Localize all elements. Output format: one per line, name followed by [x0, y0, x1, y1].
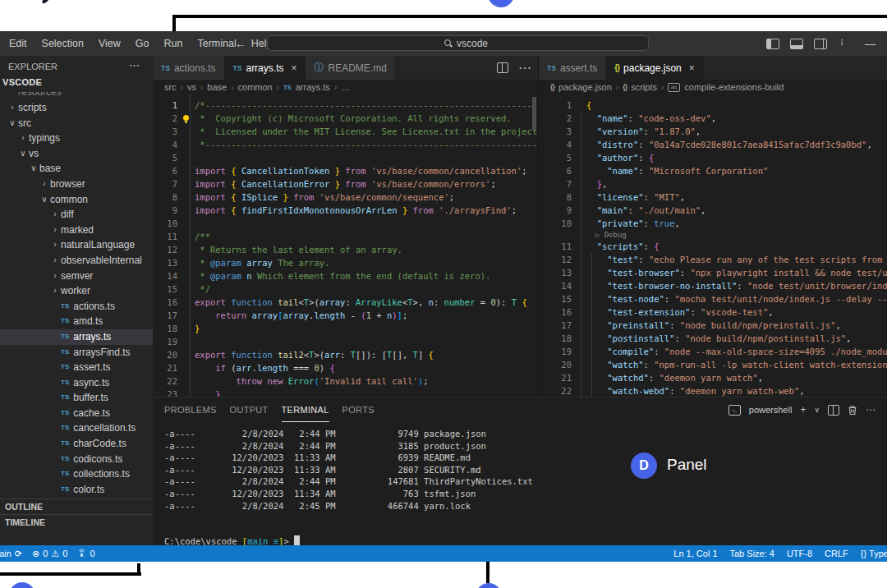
tree-item-base[interactable]: ∨base: [0, 161, 153, 177]
menu-item[interactable]: Run: [157, 31, 191, 56]
back-icon[interactable]: ←: [235, 37, 246, 50]
command-center-search[interactable]: vscode: [267, 35, 649, 51]
editor-area: TS actions.ts TS arrays.ts × ⓘ README.md: [153, 56, 887, 545]
editor-more-icon[interactable]: ⋯: [518, 60, 531, 76]
tab-package-json[interactable]: {} package.json ×: [606, 56, 704, 80]
status-bar: main ⟳ ⊗ 0 ⚠ 0 0 Ln 1, Col 1Tab Size: 4U…: [0, 545, 887, 562]
tree-item-marked[interactable]: ›marked: [0, 223, 153, 238]
string-symbol-icon: abc: [668, 83, 680, 92]
tree-item-typings[interactable]: ›typings: [0, 131, 153, 146]
tree-item-arrays-ts[interactable]: TSarrays.ts: [0, 329, 153, 345]
split-editor-icon[interactable]: [497, 62, 508, 73]
tree-item-label: codicons.ts: [73, 452, 122, 467]
breadcrumbs-1[interactable]: src› vs› base› common› TS arrays.ts› …: [153, 80, 538, 94]
chevron-down-icon: ∨: [39, 192, 50, 208]
split-terminal-icon[interactable]: [828, 405, 839, 416]
code-line: 4 "distro": "0a14a7cde028e801c7aea8415af…: [539, 138, 887, 151]
breadcrumbs-2[interactable]: {} package.json› {} scripts› abc compile…: [539, 80, 887, 94]
chevron-down-icon: ∨: [7, 116, 18, 131]
tree-item-color-ts[interactable]: TScolor.ts: [0, 482, 153, 498]
toggle-panel-icon[interactable]: [790, 39, 803, 49]
tree-item-cache-ts[interactable]: TScache.ts: [0, 406, 153, 421]
code-line: 22 "watch-webd": "deemon yarn watch-web"…: [539, 384, 887, 397]
tree-item-browser[interactable]: ›browser: [0, 177, 153, 192]
tab-readme-md[interactable]: ⓘ README.md: [306, 56, 395, 80]
code-editor-package-json[interactable]: 1{2 "name": "code-oss-dev",3 "version": …: [539, 94, 887, 397]
vscode-window: EditSelectionViewGoRunTerminalHelp ← → v…: [0, 31, 887, 562]
tree-item-naturalLanguage[interactable]: ›naturalLanguage: [0, 237, 153, 253]
close-tab-icon[interactable]: ×: [291, 62, 296, 74]
forward-icon[interactable]: →: [256, 37, 268, 50]
explorer-sidebar: EXPLORER ⋯ VSCODE resources ›scripts∨src…: [0, 56, 153, 545]
tree-item-cancellation-ts[interactable]: TScancellation.ts: [0, 420, 153, 436]
tree-item-buffer-ts[interactable]: TSbuffer.ts: [0, 390, 153, 406]
code-line: 20 "watch": "npm-run-all -lp watch-clien…: [539, 358, 887, 371]
git-branch-item[interactable]: main ⟳: [0, 549, 22, 559]
chevron-right-icon: ›: [49, 269, 61, 284]
toggle-sidebar-icon[interactable]: [766, 39, 779, 49]
panel-tab-ports[interactable]: PORTS: [342, 398, 375, 421]
menu-item[interactable]: Selection: [34, 31, 91, 56]
toggle-secondary-sidebar-icon[interactable]: [814, 39, 827, 49]
shell-name[interactable]: powershell: [749, 405, 793, 415]
problems-item[interactable]: ⊗ 0 ⚠ 0: [32, 549, 67, 559]
tree-item-src[interactable]: ∨src: [0, 116, 153, 131]
status-item[interactable]: CRLF: [825, 549, 848, 558]
tree-item-common[interactable]: ∨common: [0, 192, 153, 208]
editor-group-1: TS actions.ts TS arrays.ts × ⓘ README.md: [153, 56, 538, 397]
tree-item-label: base: [39, 161, 61, 177]
code-line: 14 * @param n Which element from the end…: [153, 269, 538, 283]
code-editor-arrays-ts[interactable]: 1/*-------------------------------------…: [153, 94, 538, 397]
status-item[interactable]: {} TypeScript: [861, 549, 887, 558]
status-item[interactable]: Tab Size: 4: [730, 549, 774, 558]
panel-tab-terminal[interactable]: TERMINAL: [282, 398, 329, 422]
chevron-right-icon: ›: [49, 223, 61, 238]
tree-item-label: worker: [61, 283, 90, 299]
menu-item[interactable]: View: [91, 31, 128, 56]
tree-item-diff[interactable]: ›diff: [0, 207, 153, 223]
tree-item-actions-ts[interactable]: TSactions.ts: [0, 299, 153, 315]
tree-item-semver[interactable]: ›semver: [0, 269, 153, 284]
panel-more-icon[interactable]: ⋯: [866, 404, 876, 416]
tree-item-label: actions.ts: [73, 299, 115, 315]
tree-item-assert-ts[interactable]: TSassert.ts: [0, 360, 153, 375]
tree-item-collections-ts[interactable]: TScollections.ts: [0, 466, 153, 482]
tree-item-worker[interactable]: ›worker: [0, 283, 153, 299]
chevron-down-icon[interactable]: ∨: [814, 406, 820, 414]
workspace-header[interactable]: VSCODE: [2, 77, 42, 87]
tree-item-observableInternal[interactable]: ›observableInternal: [0, 253, 153, 269]
terminal-output[interactable]: -a---- 2/8/2024 2:44 PM 9749 package.jso…: [164, 428, 887, 546]
timeline-section-header[interactable]: TIMELINE: [0, 514, 153, 530]
tree-item-codicons-ts[interactable]: TScodicons.ts: [0, 452, 153, 467]
tab-arrays-ts[interactable]: TS arrays.ts ×: [225, 56, 306, 80]
lightbulb-icon[interactable]: [183, 115, 189, 121]
panel-tab-output[interactable]: OUTPUT: [230, 398, 269, 421]
menu-item[interactable]: Go: [128, 31, 157, 56]
panel-tab-problems[interactable]: PROBLEMS: [164, 398, 217, 421]
customize-layout-icon[interactable]: ⠸: [838, 39, 851, 48]
tree-item-amd-ts[interactable]: TSamd.ts: [0, 314, 153, 329]
close-tab-icon[interactable]: ×: [689, 62, 695, 74]
status-item[interactable]: Ln 1, Col 1: [673, 549, 717, 558]
minimize-button[interactable]: —: [865, 38, 876, 50]
code-line: 11/**: [153, 230, 538, 243]
trash-icon[interactable]: [848, 405, 857, 416]
annotation-box-bottom-edge: [0, 572, 141, 576]
tab-actions-ts[interactable]: TS actions.ts: [153, 56, 225, 80]
tree-item-async-ts[interactable]: TSasync.ts: [0, 375, 153, 391]
tree-item-arraysFind-ts[interactable]: TSarraysFind.ts: [0, 345, 153, 361]
status-item[interactable]: UTF-8: [787, 549, 812, 558]
outline-section-header[interactable]: OUTLINE: [0, 498, 153, 514]
tree-item-vs[interactable]: ∨vs: [0, 146, 153, 162]
menu-item[interactable]: Edit: [2, 31, 34, 56]
typescript-file-icon: TS: [61, 436, 69, 452]
new-terminal-icon[interactable]: +: [800, 404, 806, 416]
forwarded-ports-item[interactable]: 0: [77, 549, 94, 558]
annotation-badge-bottom-center-cropped: [476, 583, 502, 588]
typescript-file-icon: TS: [283, 84, 292, 91]
editor-scrollbar[interactable]: [532, 97, 536, 130]
tree-item-charCode-ts[interactable]: TScharCode.ts: [0, 436, 153, 452]
explorer-more-icon[interactable]: ⋯: [129, 59, 140, 71]
tab-assert-ts[interactable]: TS assert.ts: [539, 56, 606, 80]
tree-item-scripts[interactable]: ›scripts: [0, 100, 153, 116]
